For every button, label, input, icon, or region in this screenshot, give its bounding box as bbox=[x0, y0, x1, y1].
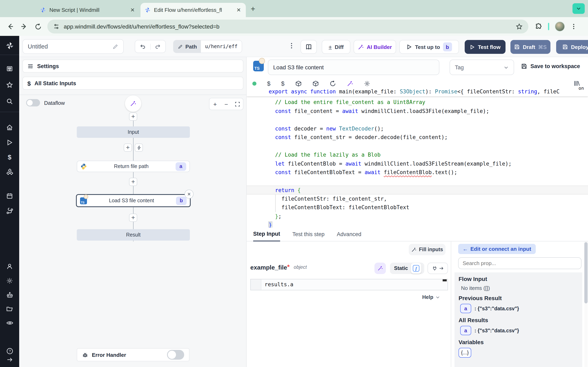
graph-node-step-a[interactable]: Return file path a bbox=[77, 161, 190, 172]
ai-flow-wand-button[interactable] bbox=[125, 95, 141, 112]
ai-wand-icon[interactable] bbox=[346, 80, 353, 87]
connect-input-button[interactable] bbox=[428, 263, 448, 274]
fit-view-button[interactable] bbox=[232, 98, 243, 110]
pencil-icon[interactable] bbox=[112, 43, 118, 50]
sidebar-item-schedules[interactable] bbox=[0, 192, 19, 200]
test-flow-button[interactable]: Test flow bbox=[465, 40, 506, 54]
test-up-to-button[interactable]: Test up to b bbox=[399, 40, 459, 54]
package-icon[interactable] bbox=[312, 80, 319, 87]
tab-close-icon[interactable]: ✕ bbox=[236, 7, 242, 13]
graph-node-result[interactable]: Result bbox=[77, 229, 190, 241]
path-value[interactable]: u/henri/eff bbox=[201, 40, 242, 53]
static-inputs-icon[interactable]: $ bbox=[267, 80, 270, 87]
variables-icon[interactable]: $ bbox=[281, 80, 285, 87]
add-trigger-button[interactable] bbox=[135, 143, 143, 152]
graph-node-input[interactable]: Input bbox=[77, 126, 190, 138]
site-info-icon[interactable] bbox=[53, 23, 60, 30]
collapse-sidebar-icon[interactable] bbox=[0, 356, 19, 363]
redo-button[interactable] bbox=[150, 43, 165, 50]
edit-or-connect-button[interactable]: ← Edit or connect an input bbox=[458, 244, 536, 254]
gear-icon[interactable] bbox=[364, 80, 370, 87]
sidebar-item-home[interactable] bbox=[0, 124, 19, 131]
sidebar-item-workers[interactable] bbox=[0, 292, 19, 299]
add-step-button[interactable]: + bbox=[129, 214, 137, 222]
ai-fill-button[interactable] bbox=[374, 263, 386, 274]
result-badge[interactable]: a bbox=[460, 304, 471, 313]
browser-tab-new-script[interactable]: New Script | Windmill ✕ bbox=[36, 3, 140, 17]
result-badge[interactable]: a bbox=[460, 326, 471, 335]
package-icon[interactable] bbox=[295, 80, 302, 87]
help-icon[interactable]: ? bbox=[0, 347, 19, 355]
code-sticky-line[interactable]: export async function main(example_file:… bbox=[247, 87, 588, 96]
sidebar-item-settings[interactable] bbox=[0, 277, 19, 284]
all-results-row[interactable]: a : {"s3":"data.csv"} bbox=[460, 326, 578, 335]
address-bar[interactable]: app.windmill.dev/flows/edit/u/henri/effo… bbox=[47, 20, 528, 33]
back-button[interactable] bbox=[3, 23, 17, 30]
javascript-mode-selected[interactable]: f bbox=[411, 263, 421, 274]
deploy-button[interactable]: Deploy bbox=[556, 40, 588, 54]
search-prop-input[interactable] bbox=[458, 257, 581, 269]
sidebar-item-variables[interactable]: $ bbox=[0, 154, 19, 161]
expression-editor[interactable]: results.a bbox=[250, 279, 448, 290]
tab-test-this-step[interactable]: Test this step bbox=[292, 231, 325, 241]
new-tab-button[interactable]: + bbox=[251, 4, 255, 13]
sidebar-item-workspace[interactable] bbox=[0, 65, 19, 72]
more-options-icon[interactable] bbox=[289, 42, 294, 50]
docs-button[interactable] bbox=[301, 40, 317, 54]
dataflow-toggle[interactable] bbox=[26, 99, 40, 106]
reload-icon[interactable] bbox=[329, 80, 336, 87]
sidebar-item-favorites[interactable] bbox=[0, 82, 19, 89]
library-icon[interactable] bbox=[573, 80, 580, 87]
all-static-inputs-row[interactable]: $ All Static Inputs bbox=[22, 77, 243, 90]
chrome-menu-icon[interactable] bbox=[571, 23, 577, 30]
step-name-input[interactable] bbox=[268, 59, 439, 75]
tab-close-icon[interactable]: ✕ bbox=[130, 7, 136, 13]
url-text[interactable]: app.windmill.dev/flows/edit/u/henri/effo… bbox=[64, 23, 512, 30]
tag-select[interactable]: Tag bbox=[450, 59, 514, 75]
tab-search-button[interactable] bbox=[572, 3, 585, 14]
scrollbar-thumb[interactable] bbox=[584, 242, 588, 303]
sidebar-item-users[interactable] bbox=[0, 263, 19, 270]
code-lines[interactable]: // Load the entire file_content as a Uin… bbox=[247, 98, 588, 227]
diff-button[interactable]: ± Diff bbox=[322, 40, 350, 54]
variables-badge[interactable]: {...} bbox=[458, 348, 471, 358]
forward-button[interactable] bbox=[17, 23, 31, 30]
path-label-segment[interactable]: Path bbox=[173, 40, 201, 53]
sidebar-item-audit-logs[interactable] bbox=[0, 319, 19, 327]
extensions-icon[interactable] bbox=[535, 23, 542, 30]
sidebar-item-runs[interactable] bbox=[0, 139, 19, 146]
error-handler-row[interactable]: Error Handler bbox=[77, 348, 190, 361]
add-step-button[interactable]: + bbox=[129, 113, 137, 121]
undo-button[interactable] bbox=[135, 43, 150, 50]
code-editor[interactable]: export async function main(example_file:… bbox=[247, 87, 588, 227]
zoom-in-button[interactable]: + bbox=[209, 98, 221, 110]
result-value[interactable]: : {"s3":"data.csv"} bbox=[475, 306, 519, 311]
sidebar-item-folders[interactable] bbox=[0, 305, 19, 312]
save-to-workspace-button[interactable]: Save to workspace bbox=[521, 63, 580, 69]
flow-settings-row[interactable]: Settings bbox=[22, 59, 243, 73]
ai-builder-button[interactable]: AI Builder bbox=[354, 40, 396, 54]
sidebar-item-flows[interactable] bbox=[0, 208, 19, 215]
zoom-out-button[interactable]: − bbox=[221, 98, 232, 110]
sidebar-item-resources[interactable] bbox=[0, 168, 19, 176]
path-group[interactable]: Path u/henri/eff bbox=[173, 40, 242, 53]
tab-step-input[interactable]: Step Input bbox=[253, 231, 280, 242]
previous-result-row[interactable]: a : {"s3":"data.csv"} bbox=[460, 304, 578, 313]
remove-step-button[interactable]: ✕ bbox=[185, 190, 194, 199]
expression-text[interactable]: results.a bbox=[261, 279, 293, 290]
input-mode-segment[interactable]: Static f bbox=[390, 263, 424, 274]
browser-tab-edit-flow[interactable]: Edit Flow u/henri/effortless_fl ✕ bbox=[140, 3, 246, 17]
flow-name-field[interactable]: Untitled bbox=[22, 39, 124, 54]
add-step-button[interactable]: + bbox=[124, 143, 132, 152]
avatar[interactable] bbox=[555, 22, 565, 31]
windmill-logo[interactable] bbox=[0, 42, 19, 50]
tab-advanced[interactable]: Advanced bbox=[337, 231, 361, 241]
error-handler-toggle[interactable] bbox=[167, 350, 184, 360]
add-step-button[interactable]: + bbox=[129, 178, 137, 186]
reload-button[interactable] bbox=[31, 23, 45, 30]
draft-button[interactable]: Draft ⌘S bbox=[510, 40, 550, 54]
search-icon[interactable] bbox=[0, 98, 19, 105]
bookmark-star-icon[interactable] bbox=[516, 23, 523, 30]
graph-node-step-b-selected[interactable]: TS Load S3 file content b bbox=[76, 194, 191, 207]
scrollbar[interactable] bbox=[584, 242, 588, 367]
